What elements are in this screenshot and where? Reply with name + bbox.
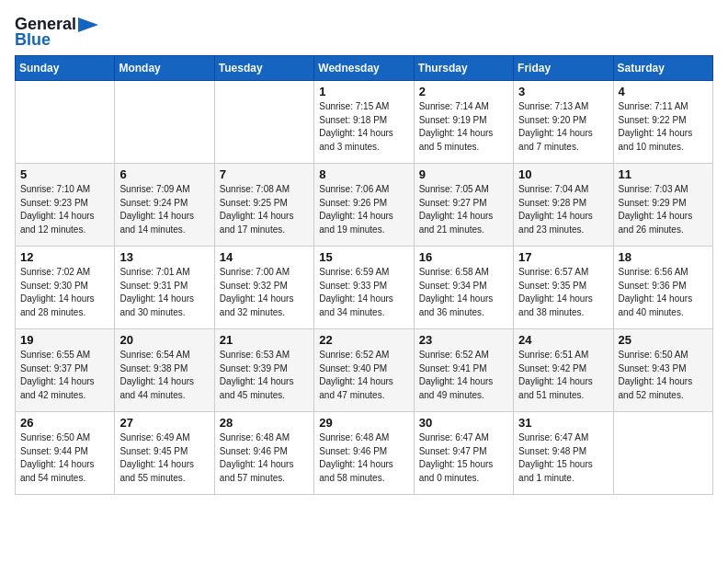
calendar-day-1: 1Sunrise: 7:15 AM Sunset: 9:18 PM Daylig… xyxy=(314,81,414,164)
day-number: 11 xyxy=(619,167,708,181)
day-info: Sunrise: 6:52 AM Sunset: 9:41 PM Dayligh… xyxy=(419,349,508,402)
day-number: 13 xyxy=(119,250,209,264)
calendar-empty-cell xyxy=(214,81,313,164)
calendar-day-24: 24Sunrise: 6:51 AM Sunset: 9:42 PM Dayli… xyxy=(514,329,613,412)
day-number: 3 xyxy=(518,85,608,98)
day-number: 19 xyxy=(20,333,109,347)
calendar-day-8: 8Sunrise: 7:06 AM Sunset: 9:26 PM Daylig… xyxy=(314,164,414,247)
day-number: 29 xyxy=(319,416,408,430)
calendar-day-20: 20Sunrise: 6:54 AM Sunset: 9:38 PM Dayli… xyxy=(115,329,214,412)
day-info: Sunrise: 7:15 AM Sunset: 9:18 PM Dayligh… xyxy=(319,100,408,154)
day-info: Sunrise: 7:14 AM Sunset: 9:19 PM Dayligh… xyxy=(419,100,508,154)
calendar-day-27: 27Sunrise: 6:49 AM Sunset: 9:45 PM Dayli… xyxy=(115,412,214,495)
calendar-empty-cell xyxy=(16,81,115,164)
weekday-header-saturday: Saturday xyxy=(613,56,712,81)
day-info: Sunrise: 6:50 AM Sunset: 9:43 PM Dayligh… xyxy=(619,349,708,402)
weekday-header-wednesday: Wednesday xyxy=(314,56,414,81)
day-number: 12 xyxy=(20,250,109,264)
day-number: 6 xyxy=(119,167,209,181)
day-number: 25 xyxy=(619,333,708,347)
day-number: 20 xyxy=(119,333,209,347)
calendar-table: SundayMondayTuesdayWednesdayThursdayFrid… xyxy=(15,55,713,495)
calendar-day-28: 28Sunrise: 6:48 AM Sunset: 9:46 PM Dayli… xyxy=(214,412,313,495)
calendar-day-3: 3Sunrise: 7:13 AM Sunset: 9:20 PM Daylig… xyxy=(514,81,613,164)
calendar-week-row: 26Sunrise: 6:50 AM Sunset: 9:44 PM Dayli… xyxy=(16,412,713,495)
day-number: 23 xyxy=(419,333,508,347)
day-number: 5 xyxy=(20,167,109,181)
day-info: Sunrise: 6:50 AM Sunset: 9:44 PM Dayligh… xyxy=(20,431,109,485)
calendar-day-4: 4Sunrise: 7:11 AM Sunset: 9:22 PM Daylig… xyxy=(613,81,712,164)
day-info: Sunrise: 6:47 AM Sunset: 9:47 PM Dayligh… xyxy=(419,431,508,485)
calendar-week-row: 12Sunrise: 7:02 AM Sunset: 9:30 PM Dayli… xyxy=(16,247,713,329)
day-number: 28 xyxy=(220,416,309,430)
calendar-empty-cell xyxy=(115,81,214,164)
day-number: 14 xyxy=(220,250,309,264)
weekday-header-tuesday: Tuesday xyxy=(214,56,313,81)
calendar-day-11: 11Sunrise: 7:03 AM Sunset: 9:29 PM Dayli… xyxy=(613,164,712,247)
day-info: Sunrise: 7:02 AM Sunset: 9:30 PM Dayligh… xyxy=(20,266,109,319)
calendar-day-21: 21Sunrise: 6:53 AM Sunset: 9:39 PM Dayli… xyxy=(214,329,313,412)
day-number: 21 xyxy=(220,333,309,347)
calendar-day-13: 13Sunrise: 7:01 AM Sunset: 9:31 PM Dayli… xyxy=(115,247,214,329)
day-info: Sunrise: 7:06 AM Sunset: 9:26 PM Dayligh… xyxy=(319,183,408,236)
calendar-day-16: 16Sunrise: 6:58 AM Sunset: 9:34 PM Dayli… xyxy=(414,247,513,329)
calendar-day-2: 2Sunrise: 7:14 AM Sunset: 9:19 PM Daylig… xyxy=(414,81,513,164)
day-info: Sunrise: 6:56 AM Sunset: 9:36 PM Dayligh… xyxy=(619,266,708,319)
day-info: Sunrise: 6:47 AM Sunset: 9:48 PM Dayligh… xyxy=(518,431,608,485)
day-number: 17 xyxy=(518,250,608,264)
day-info: Sunrise: 6:52 AM Sunset: 9:40 PM Dayligh… xyxy=(319,349,408,402)
day-info: Sunrise: 6:59 AM Sunset: 9:33 PM Dayligh… xyxy=(319,266,408,319)
day-info: Sunrise: 7:05 AM Sunset: 9:27 PM Dayligh… xyxy=(419,183,508,236)
day-info: Sunrise: 6:54 AM Sunset: 9:38 PM Dayligh… xyxy=(119,349,209,402)
calendar-day-26: 26Sunrise: 6:50 AM Sunset: 9:44 PM Dayli… xyxy=(16,412,115,495)
day-info: Sunrise: 7:08 AM Sunset: 9:25 PM Dayligh… xyxy=(220,183,309,236)
logo: General Blue xyxy=(15,15,100,50)
day-number: 9 xyxy=(419,167,508,181)
weekday-header-monday: Monday xyxy=(115,56,214,81)
calendar-day-18: 18Sunrise: 6:56 AM Sunset: 9:36 PM Dayli… xyxy=(613,247,712,329)
day-info: Sunrise: 6:48 AM Sunset: 9:46 PM Dayligh… xyxy=(319,431,408,485)
calendar-day-14: 14Sunrise: 7:00 AM Sunset: 9:32 PM Dayli… xyxy=(214,247,313,329)
day-info: Sunrise: 6:51 AM Sunset: 9:42 PM Dayligh… xyxy=(518,349,608,402)
calendar-day-7: 7Sunrise: 7:08 AM Sunset: 9:25 PM Daylig… xyxy=(214,164,313,247)
day-info: Sunrise: 6:55 AM Sunset: 9:37 PM Dayligh… xyxy=(20,349,109,402)
day-info: Sunrise: 6:53 AM Sunset: 9:39 PM Dayligh… xyxy=(220,349,309,402)
day-number: 2 xyxy=(419,85,508,98)
calendar-day-31: 31Sunrise: 6:47 AM Sunset: 9:48 PM Dayli… xyxy=(514,412,613,495)
weekday-header-sunday: Sunday xyxy=(16,56,115,81)
day-info: Sunrise: 6:49 AM Sunset: 9:45 PM Dayligh… xyxy=(119,431,209,485)
day-number: 16 xyxy=(419,250,508,264)
weekday-header-friday: Friday xyxy=(514,56,613,81)
calendar-day-12: 12Sunrise: 7:02 AM Sunset: 9:30 PM Dayli… xyxy=(16,247,115,329)
day-number: 24 xyxy=(518,333,608,347)
logo-blue-text: Blue xyxy=(15,30,51,50)
calendar-day-15: 15Sunrise: 6:59 AM Sunset: 9:33 PM Dayli… xyxy=(314,247,414,329)
day-number: 30 xyxy=(419,416,508,430)
day-number: 7 xyxy=(220,167,309,181)
calendar-day-9: 9Sunrise: 7:05 AM Sunset: 9:27 PM Daylig… xyxy=(414,164,513,247)
day-info: Sunrise: 7:10 AM Sunset: 9:23 PM Dayligh… xyxy=(20,183,109,236)
day-number: 27 xyxy=(119,416,209,430)
weekday-header-thursday: Thursday xyxy=(414,56,513,81)
day-info: Sunrise: 6:57 AM Sunset: 9:35 PM Dayligh… xyxy=(518,266,608,319)
day-number: 18 xyxy=(619,250,708,264)
calendar-week-row: 1Sunrise: 7:15 AM Sunset: 9:18 PM Daylig… xyxy=(16,81,713,164)
day-info: Sunrise: 7:03 AM Sunset: 9:29 PM Dayligh… xyxy=(619,183,708,236)
calendar-day-30: 30Sunrise: 6:47 AM Sunset: 9:47 PM Dayli… xyxy=(414,412,513,495)
logo-flag-icon xyxy=(78,17,98,32)
calendar-day-17: 17Sunrise: 6:57 AM Sunset: 9:35 PM Dayli… xyxy=(514,247,613,329)
weekday-header-row: SundayMondayTuesdayWednesdayThursdayFrid… xyxy=(16,56,713,81)
calendar-day-29: 29Sunrise: 6:48 AM Sunset: 9:46 PM Dayli… xyxy=(314,412,414,495)
calendar-empty-cell xyxy=(613,412,712,495)
day-info: Sunrise: 7:04 AM Sunset: 9:28 PM Dayligh… xyxy=(518,183,608,236)
page-header: General Blue xyxy=(15,15,713,50)
calendar-day-23: 23Sunrise: 6:52 AM Sunset: 9:41 PM Dayli… xyxy=(414,329,513,412)
day-info: Sunrise: 7:13 AM Sunset: 9:20 PM Dayligh… xyxy=(518,100,608,154)
calendar-week-row: 19Sunrise: 6:55 AM Sunset: 9:37 PM Dayli… xyxy=(16,329,713,412)
calendar-day-5: 5Sunrise: 7:10 AM Sunset: 9:23 PM Daylig… xyxy=(16,164,115,247)
day-info: Sunrise: 6:48 AM Sunset: 9:46 PM Dayligh… xyxy=(220,431,309,485)
day-number: 31 xyxy=(518,416,608,430)
day-info: Sunrise: 7:00 AM Sunset: 9:32 PM Dayligh… xyxy=(220,266,309,319)
day-info: Sunrise: 6:58 AM Sunset: 9:34 PM Dayligh… xyxy=(419,266,508,319)
day-number: 8 xyxy=(319,167,408,181)
